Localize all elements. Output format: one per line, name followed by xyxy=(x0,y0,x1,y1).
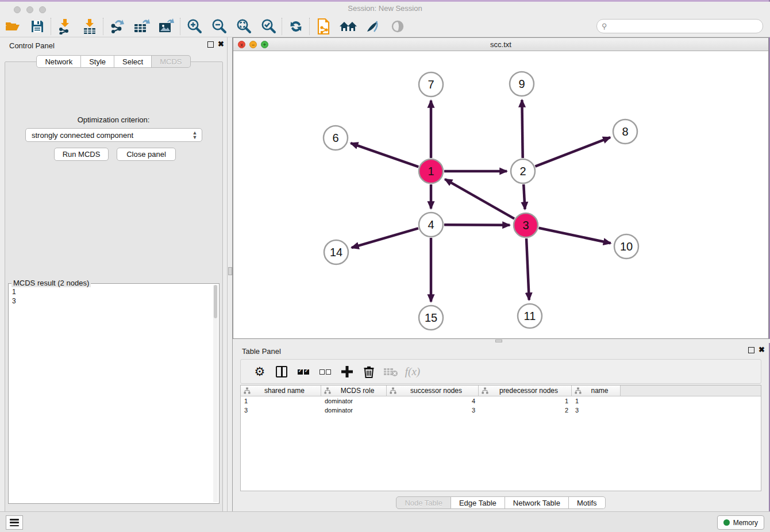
export-table-button[interactable] xyxy=(129,17,154,36)
graph-node-3[interactable]: 3 xyxy=(514,213,538,237)
column-type-icon xyxy=(244,387,251,394)
cell-shared-name[interactable]: 3 xyxy=(241,406,321,415)
export-network-button[interactable] xyxy=(105,17,129,36)
table-panel-title: Table Panel xyxy=(242,347,281,356)
graph-node-10[interactable]: 10 xyxy=(614,234,638,259)
export-image-button[interactable] xyxy=(154,17,179,36)
apply-style-button[interactable] xyxy=(360,17,385,36)
edge-4-3[interactable] xyxy=(444,225,510,225)
tab-select[interactable]: Select xyxy=(114,55,152,68)
select-all-columns-button[interactable] xyxy=(292,362,314,381)
import-table-button[interactable] xyxy=(77,17,102,36)
close-panel-icon[interactable]: ✖ xyxy=(218,40,224,48)
close-panel-icon[interactable]: ✖ xyxy=(759,346,765,354)
graph-node-7[interactable]: 7 xyxy=(419,72,443,97)
column-header-predecessor-nodes[interactable]: predecessor nodes xyxy=(479,385,572,396)
edge-2-8[interactable] xyxy=(535,137,610,167)
optimization-criterion-label: Optimization criterion: xyxy=(0,115,227,124)
result-scrollbar[interactable] xyxy=(213,285,218,502)
vertical-splitter[interactable] xyxy=(227,37,233,511)
column-type-icon xyxy=(575,387,582,394)
search-box[interactable]: ⚲ xyxy=(596,19,763,33)
graph-node-11[interactable]: 11 xyxy=(518,304,542,328)
table-settings-button[interactable]: ⚙ xyxy=(249,362,271,381)
task-history-button[interactable] xyxy=(6,515,23,530)
tab-network[interactable]: Network xyxy=(36,55,81,68)
run-mcds-button[interactable]: Run MCDS xyxy=(54,148,109,161)
cell-MCDS-role[interactable]: dominator xyxy=(321,406,387,415)
tab-mcds[interactable]: MCDS xyxy=(152,55,190,68)
horizontal-splitter[interactable] xyxy=(233,339,770,343)
column-type-icon xyxy=(482,387,488,394)
edge-3-11[interactable] xyxy=(526,238,529,300)
column-header-name[interactable]: name xyxy=(572,385,621,396)
network-window-titlebar[interactable]: x – + scc.txt xyxy=(233,38,768,51)
cell-successor-nodes[interactable]: 4 xyxy=(387,397,479,406)
optimization-dropdown[interactable]: strongly connected component ▲▼ xyxy=(25,128,202,142)
result-scrollbar-thumb[interactable] xyxy=(214,285,217,318)
table-row[interactable]: 3dominator323 xyxy=(241,406,621,415)
graph-node-15[interactable]: 15 xyxy=(419,306,443,330)
graph-node-6[interactable]: 6 xyxy=(324,126,348,150)
cell-name[interactable]: 3 xyxy=(572,406,621,415)
table-row[interactable]: 1dominator411 xyxy=(241,397,621,406)
node-table[interactable]: shared nameMCDS rolesuccessor nodesprede… xyxy=(240,385,761,491)
edge-4-14[interactable] xyxy=(352,228,418,248)
tab-network-table[interactable]: Network Table xyxy=(505,496,569,509)
tab-motifs[interactable]: Motifs xyxy=(569,496,606,509)
home-button[interactable] xyxy=(336,17,360,36)
show-columns-button[interactable] xyxy=(271,362,292,381)
zoom-out-icon xyxy=(211,18,227,34)
float-panel-icon[interactable] xyxy=(748,347,754,353)
cell-successor-nodes[interactable]: 3 xyxy=(387,406,479,415)
edge-2-3[interactable] xyxy=(523,184,525,209)
zoom-fit-button[interactable] xyxy=(231,17,256,36)
edge-1-6[interactable] xyxy=(351,143,418,167)
network-canvas[interactable]: 1234678910111415 xyxy=(233,51,768,338)
show-graphics-details-button[interactable] xyxy=(385,17,410,36)
memory-button[interactable]: Memory xyxy=(717,515,764,530)
float-panel-icon[interactable] xyxy=(207,41,214,48)
splitter-grip[interactable] xyxy=(228,267,232,275)
cell-name[interactable]: 1 xyxy=(572,397,621,406)
edge-2-9[interactable] xyxy=(522,100,522,158)
open-session-button[interactable] xyxy=(0,17,25,36)
graph-node-4[interactable]: 4 xyxy=(419,213,443,237)
optimization-dropdown-value: strongly connected component xyxy=(26,131,190,140)
save-session-button[interactable] xyxy=(25,17,49,36)
delete-table-button[interactable] xyxy=(380,362,402,381)
search-input[interactable] xyxy=(610,21,763,32)
edge-3-10[interactable] xyxy=(539,228,611,243)
import-network-button[interactable] xyxy=(52,17,77,36)
tab-style[interactable]: Style xyxy=(81,55,114,68)
column-header-MCDS-role[interactable]: MCDS role xyxy=(321,385,387,396)
cell-MCDS-role[interactable]: dominator xyxy=(321,397,387,406)
function-builder-button[interactable]: f(x) xyxy=(402,362,424,381)
cell-predecessor-nodes[interactable]: 2 xyxy=(479,406,572,415)
edge-3-1[interactable] xyxy=(445,179,514,219)
graph-node-1[interactable]: 1 xyxy=(419,159,443,183)
splitter-grip[interactable] xyxy=(495,340,502,342)
clone-network-button[interactable] xyxy=(311,17,336,36)
unselect-all-columns-button[interactable] xyxy=(314,362,336,381)
zoom-selected-button[interactable] xyxy=(256,17,280,36)
graph-node-8[interactable]: 8 xyxy=(613,119,637,144)
refresh-button[interactable] xyxy=(283,17,308,36)
zoom-out-button[interactable] xyxy=(206,17,231,36)
close-panel-button[interactable]: Close panel xyxy=(117,148,176,161)
tab-node-table[interactable]: Node Table xyxy=(396,496,451,509)
tab-edge-table[interactable]: Edge Table xyxy=(451,496,505,509)
zoom-selected-icon xyxy=(260,18,276,34)
column-header-shared-name[interactable]: shared name xyxy=(241,385,321,396)
graph-node-14[interactable]: 14 xyxy=(324,240,348,264)
column-header-label: name xyxy=(585,387,620,395)
cell-predecessor-nodes[interactable]: 1 xyxy=(479,397,572,406)
add-column-button[interactable] xyxy=(336,362,358,381)
network-graph[interactable]: 1234678910111415 xyxy=(233,51,768,338)
graph-node-9[interactable]: 9 xyxy=(510,72,534,96)
delete-column-button[interactable] xyxy=(358,362,380,381)
cell-shared-name[interactable]: 1 xyxy=(241,397,321,406)
graph-node-2[interactable]: 2 xyxy=(511,159,535,183)
zoom-in-button[interactable] xyxy=(182,17,206,36)
column-header-successor-nodes[interactable]: successor nodes xyxy=(387,385,479,396)
